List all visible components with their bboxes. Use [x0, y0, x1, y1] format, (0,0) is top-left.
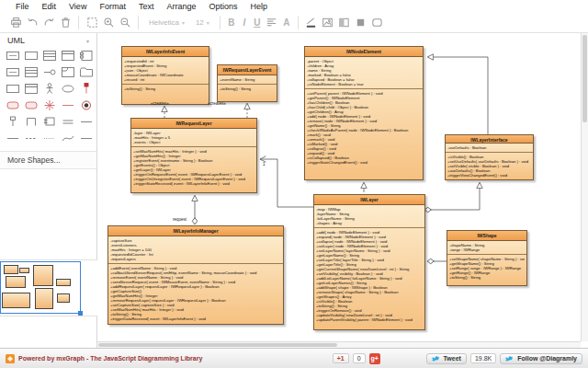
uml-corner-icon[interactable]: [22, 114, 40, 130]
outline-resize-handle[interactable]: [78, 311, 83, 316]
uml-class-sections-icon[interactable]: [59, 48, 76, 63]
uml-dotted-line-icon[interactable]: [40, 131, 58, 146]
uml-component2-icon[interactable]: [40, 114, 58, 130]
class-shape[interactable]: IWShape-shapeName : String-range : IWRan…: [447, 230, 527, 286]
uml-object-icon[interactable]: [4, 48, 21, 63]
menu-help[interactable]: Help: [243, 2, 274, 11]
font-size-select[interactable]: 12▾: [193, 16, 212, 30]
menu-view[interactable]: View: [62, 2, 93, 11]
uml-edge[interactable]: [425, 183, 480, 210]
uml-pin-icon[interactable]: [77, 81, 95, 97]
uml-frame-icon[interactable]: [59, 64, 76, 80]
outline-viewport[interactable]: [0, 261, 81, 314]
class-member: -events : Object: [133, 140, 254, 144]
class-methods: +setShapeName( shapeName : String ) : vo…: [447, 254, 526, 285]
uml-dashed-line-icon[interactable]: [22, 131, 40, 146]
uml-component-icon[interactable]: [77, 48, 95, 63]
shadow-button[interactable]: [353, 15, 369, 31]
vertical-scrollbar[interactable]: [581, 33, 588, 341]
print-icon[interactable]: [7, 15, 24, 31]
uml-actor-icon[interactable]: [40, 81, 58, 97]
font-family-select[interactable]: Helvetica▾: [146, 16, 187, 30]
horizontal-scrollbar[interactable]: [97, 341, 581, 348]
class-layer[interactable]: IWLayer-map : IWMap-layerName : String-l…: [313, 194, 425, 330]
class-attributes: -map : IWMap-layerName : String-lotLayer…: [314, 205, 424, 227]
mxgraph-logo-icon: [6, 354, 15, 363]
powered-by-link[interactable]: Powered by mxGraph - The JavaScript Diag…: [18, 355, 202, 362]
tweet-button[interactable]: Tweet: [426, 353, 467, 364]
uml-divided-rect-icon[interactable]: [22, 64, 40, 80]
menu-options[interactable]: Options: [202, 2, 243, 11]
uml-join-icon[interactable]: [59, 98, 76, 113]
uml-class-icon[interactable]: [40, 48, 58, 63]
zoom-out-icon[interactable]: [117, 15, 133, 31]
vertical-scrollbar-thumb[interactable]: [582, 35, 587, 122]
uml-hline-icon[interactable]: [77, 114, 95, 130]
bold-button[interactable]: B: [225, 15, 238, 31]
uml-line2-icon[interactable]: [4, 131, 21, 146]
plusone-count: 0: [353, 353, 366, 363]
redo-icon[interactable]: [40, 15, 57, 31]
diagram-canvas[interactable]: IWLayerInfoEvent+requestedId : int+reque…: [97, 33, 581, 341]
uml-lollipop-icon[interactable]: [40, 64, 58, 80]
underline-button[interactable]: U: [251, 15, 264, 31]
uml-fork-icon[interactable]: [40, 98, 58, 113]
uml-usecase-icon[interactable]: [59, 81, 76, 97]
class-node_element[interactable]: IWNodeElement-parent : Object-children :…: [304, 46, 424, 180]
uml-equals-icon[interactable]: [59, 114, 76, 130]
class-title: IWRequestLayerEvent: [218, 65, 277, 75]
class-member: +isNodeElement : Boolean = true: [307, 82, 421, 86]
font-color-button[interactable]: A: [280, 15, 293, 31]
class-request_layer_event[interactable]: IWRequestLayerEvent+eventName : String+t…: [217, 64, 277, 102]
uml-tab-rect-icon[interactable]: [22, 81, 40, 97]
edge-label: 1: [263, 162, 266, 167]
menu-text[interactable]: Text: [132, 2, 161, 11]
uml-rect-icon[interactable]: [22, 48, 40, 63]
uml-rect2-icon[interactable]: [4, 81, 21, 97]
googleplus-icon[interactable]: g+: [369, 353, 380, 364]
class-title: IWLayerInfoManager: [108, 226, 283, 236]
align-button[interactable]: [264, 15, 280, 31]
class-info_manager[interactable]: IWLayerInfoManager-captureSize-eventList…: [107, 225, 284, 325]
italic-button[interactable]: I: [238, 15, 251, 31]
uml-end-node-icon[interactable]: [77, 98, 95, 113]
uml-package-icon[interactable]: [77, 64, 95, 80]
class-layer_interface[interactable]: IWLayerInterface-useDefaults : Boolean+i…: [445, 134, 534, 180]
delete-icon[interactable]: [57, 15, 74, 31]
menubar: FileEditViewFormatTextArrangeOptionsHelp: [0, 0, 588, 13]
sidebar-section-uml[interactable]: UML ▾: [0, 33, 96, 46]
statusbar: Powered by mxGraph - The JavaScript Diag…: [0, 348, 588, 368]
more-shapes-button[interactable]: More Shapes...: [0, 151, 96, 169]
class-methods: +isVisible() : Boolean+setUseDefaults( u…: [446, 152, 533, 179]
menu-arrange[interactable]: Arrange: [160, 2, 202, 11]
uml-curve-icon[interactable]: [59, 131, 76, 146]
twitter-bird-icon: [505, 355, 514, 362]
uml-edge[interactable]: [428, 57, 488, 134]
class-info_event[interactable]: IWLayerInfoEvent+requestedId : int+reque…: [121, 46, 209, 105]
fill-color-button[interactable]: [320, 15, 336, 31]
rounded-button[interactable]: [369, 15, 386, 31]
select-value: Helvetica: [149, 18, 179, 27]
undo-icon[interactable]: [24, 15, 40, 31]
line-color-button[interactable]: [303, 15, 320, 31]
google-plusone-button[interactable]: +1: [333, 353, 349, 363]
uml-title-rect-icon[interactable]: [4, 64, 21, 80]
uml-tee-icon[interactable]: [4, 114, 21, 130]
uml-rounded-activity-icon[interactable]: [22, 98, 40, 113]
toolbar: Helvetica▾12▾BIUA: [0, 13, 588, 33]
fit-page-icon[interactable]: [84, 15, 100, 31]
class-request_layer[interactable]: IWRequestLayer-layer : IWLayer-maxHits :…: [130, 118, 257, 193]
uml-start-node-icon[interactable]: [4, 98, 21, 113]
horizontal-scrollbar-thumb[interactable]: [98, 343, 337, 347]
menu-format[interactable]: Format: [93, 2, 132, 11]
class-title: IWLayerInterface: [446, 135, 533, 144]
class-member: -range : IWRange: [449, 247, 525, 252]
gradient-button[interactable]: [336, 15, 353, 31]
menu-file[interactable]: File: [9, 2, 36, 11]
follow-button[interactable]: Follow @Diagramly: [500, 353, 582, 364]
outline-panel: [0, 259, 97, 316]
uml-arrow-line-icon[interactable]: [77, 131, 95, 146]
menu-edit[interactable]: Edit: [36, 2, 63, 11]
class-title: IWLayerInfoEvent: [122, 47, 209, 57]
zoom-in-icon[interactable]: [100, 15, 117, 31]
